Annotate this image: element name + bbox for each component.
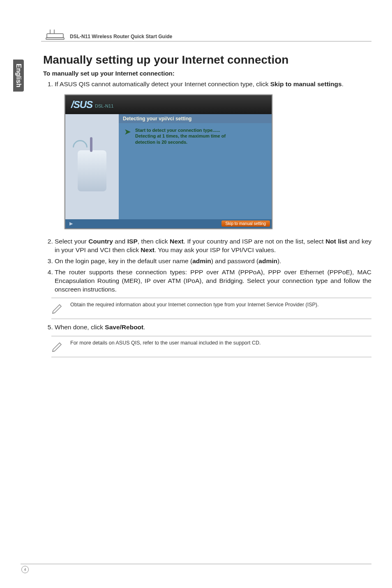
- t: When done, click: [55, 324, 105, 331]
- detecting-message: ➤ Start to detect your connection type..…: [119, 123, 272, 149]
- msg-line-2: Detecting at 1 times, the maximum time o…: [135, 133, 226, 138]
- t: admin: [192, 257, 211, 264]
- t: Not list: [325, 238, 347, 245]
- footer-rule: [21, 564, 371, 564]
- t: ).: [277, 257, 281, 264]
- step-4: The router supports these connection typ…: [55, 268, 371, 294]
- t: and: [113, 238, 127, 245]
- qis-screenshot: /SUS DSL-N11 Detecting your vpi/vci sett…: [65, 94, 272, 229]
- step-1-bold: Skip to manual settings: [270, 80, 342, 87]
- header-product-line: DSL-N11 Wireless Router Quick Start Guid…: [70, 34, 172, 39]
- step-1-post: .: [342, 80, 344, 87]
- t: .: [143, 324, 145, 331]
- step-3: On the login page, key in the default us…: [55, 257, 371, 266]
- t: Save/Reboot: [105, 324, 143, 331]
- page-title: Manually setting up your Internet connec…: [43, 53, 371, 67]
- arrow-icon: ➤: [125, 127, 131, 137]
- t: , then click: [138, 238, 170, 245]
- t: admin: [258, 257, 277, 264]
- pencil-note-icon: [51, 340, 63, 354]
- pencil-note-icon: [51, 302, 63, 315]
- note-1-text: Obtain the required information about yo…: [70, 301, 320, 308]
- play-icon: ▶: [69, 221, 73, 226]
- t: . If your country and ISP are not on the…: [184, 238, 326, 245]
- step-1: If ASUS QIS cannot automatically detect …: [55, 80, 371, 89]
- screenshot-left-panel: [65, 114, 119, 219]
- t: Select your: [55, 238, 88, 245]
- svg-rect-3: [46, 38, 64, 39]
- note-2-text: For more details on ASUS QIS, refer to t…: [70, 340, 262, 347]
- skip-manual-button[interactable]: Skip to manual setting: [221, 220, 270, 227]
- t: Country: [88, 238, 113, 245]
- svg-rect-2: [47, 34, 63, 38]
- detecting-bar: Detecting your vpi/vci setting: [119, 114, 272, 123]
- step-2: Select your Country and ISP, then click …: [55, 237, 371, 255]
- header-rule: [41, 41, 371, 41]
- t: Next: [170, 238, 184, 245]
- router-graphic: [78, 150, 106, 191]
- t: ) and password (: [211, 257, 258, 264]
- t: Next: [141, 246, 154, 253]
- model-label: DSL-N11: [95, 103, 113, 108]
- step-1-text: If ASUS QIS cannot automatically detect …: [55, 80, 270, 87]
- page-number: 4: [21, 566, 29, 573]
- msg-line-3: detection is 20 seconds.: [135, 140, 187, 145]
- t: On the login page, key in the default us…: [55, 257, 192, 264]
- t: . You may ask your ISP for VPI/VCI value…: [154, 246, 276, 253]
- section-subhead: To manually set up your Internet connect…: [43, 70, 371, 77]
- router-icon: [45, 29, 65, 40]
- asus-logo: /SUS: [71, 99, 92, 110]
- msg-line-1: Start to detect your connection type....…: [135, 128, 220, 133]
- step-5: When done, click Save/Reboot.: [55, 323, 371, 332]
- language-tab: English: [13, 60, 24, 92]
- t: ISP: [127, 238, 138, 245]
